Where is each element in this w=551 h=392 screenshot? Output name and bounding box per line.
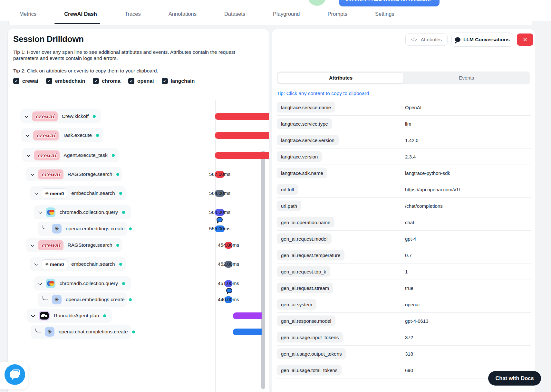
span-row-ragstorage-search[interactable]: crewaiRAGStorage.search bbox=[26, 238, 122, 252]
chevron-down-icon[interactable] bbox=[38, 281, 42, 285]
tab-annotations[interactable]: Annotations bbox=[162, 9, 203, 19]
span-bar-langchain[interactable] bbox=[233, 312, 262, 319]
tab-playground[interactable]: Playground bbox=[266, 9, 306, 19]
chat-with-docs-button[interactable]: Chat with Docs bbox=[488, 371, 541, 386]
attribute-value[interactable]: /chat/completions bbox=[405, 203, 443, 209]
span-row-embedchain-search[interactable]: ✳mem0embedchain.search bbox=[30, 186, 126, 200]
attribute-value[interactable]: gpt-4-0613 bbox=[405, 318, 429, 324]
attribute-row: url.fullhttps://api.openai.com/v1/ bbox=[277, 181, 531, 198]
attribute-value[interactable]: langtrace-python-sdk bbox=[405, 170, 450, 176]
span-name: openai.embeddings.create bbox=[66, 226, 125, 232]
span-bar-crewai[interactable] bbox=[215, 152, 269, 159]
attribute-value[interactable]: 2.3.4 bbox=[405, 154, 416, 159]
main-nav: MetricsCrewAI DashTracesAnnotationsDatas… bbox=[13, 9, 401, 19]
attribute-row: langtrace.service.nameOpenAI bbox=[277, 99, 531, 116]
attribute-key[interactable]: gen_ai.request.stream bbox=[277, 283, 333, 293]
span-row-runnableagent-plan[interactable]: RunnableAgent.plan bbox=[27, 309, 112, 323]
chevron-down-icon[interactable] bbox=[38, 210, 42, 214]
span-row-chromadb-collection-query[interactable]: chromadb.collection.query bbox=[34, 276, 131, 291]
tab-metrics[interactable]: Metrics bbox=[13, 9, 43, 19]
chevron-down-icon[interactable] bbox=[24, 114, 29, 118]
attribute-value[interactable]: https://api.openai.com/v1/ bbox=[405, 187, 460, 192]
attribute-row: gen_ai.response.modelgpt-4-0613 bbox=[277, 313, 531, 329]
attribute-key[interactable]: gen_ai.request.temperature bbox=[277, 250, 344, 261]
tab-prompts[interactable]: Prompts bbox=[321, 9, 354, 19]
tab-attributes[interactable]: Attributes bbox=[278, 72, 404, 83]
tree-scrollbar[interactable] bbox=[261, 151, 265, 389]
attributes-button-label: Attributes bbox=[420, 37, 441, 43]
tab-traces[interactable]: Traces bbox=[118, 9, 147, 19]
span-duration-label: 564.00ms bbox=[197, 209, 242, 215]
attributes-header-button[interactable]: <> Attributes bbox=[405, 33, 448, 46]
span-row-openai-chat-completions-create[interactable]: ✳openai.chat.completions.create bbox=[31, 325, 131, 339]
crewai-logo: crewai bbox=[32, 111, 58, 121]
attribute-key[interactable]: gen_ai.request.model bbox=[277, 234, 332, 244]
attribute-value[interactable]: true bbox=[405, 285, 413, 291]
status-dot bbox=[122, 282, 125, 285]
chevron-down-icon[interactable] bbox=[34, 262, 38, 266]
attribute-key[interactable]: gen_ai.usage.output_tokens bbox=[277, 349, 346, 359]
tab-events[interactable]: Events bbox=[404, 72, 529, 83]
span-row-agent-execute-task[interactable]: crewaiAgent.execute_task bbox=[22, 148, 119, 162]
tab-crewai-dash[interactable]: CrewAI Dash bbox=[58, 9, 103, 19]
llm-conversations-button[interactable]: LLM Conversations bbox=[451, 33, 513, 47]
attribute-key[interactable]: gen_ai.system bbox=[277, 299, 316, 310]
free-credits-button[interactable]: Get more FREE credits for feedback › bbox=[339, 0, 440, 6]
attribute-key[interactable]: gen_ai.usage.total_tokens bbox=[277, 365, 342, 376]
attribute-value[interactable]: chat bbox=[405, 220, 414, 225]
span-row-embedchain-search[interactable]: ✳mem0embedchain.search bbox=[30, 257, 126, 271]
span-row-openai-embeddings-create[interactable]: ✳openai.embeddings.create bbox=[38, 292, 127, 307]
span-bar-crewai[interactable] bbox=[215, 132, 269, 139]
span-bar-crewai[interactable] bbox=[215, 113, 269, 120]
attribute-value[interactable]: llm bbox=[405, 121, 411, 127]
attribute-value[interactable]: 0.7 bbox=[405, 253, 412, 258]
attribute-value[interactable]: gpt-4 bbox=[405, 236, 416, 242]
attribute-value[interactable]: 690 bbox=[405, 368, 413, 373]
attribute-key[interactable]: langtrace.sdk.name bbox=[277, 168, 327, 178]
span-name: Task.execute bbox=[63, 132, 92, 138]
chevron-down-icon[interactable] bbox=[31, 313, 35, 317]
attribute-key[interactable]: gen_ai.request.top_k bbox=[277, 266, 330, 277]
span-row-ragstorage-search[interactable]: crewaiRAGStorage.search bbox=[26, 167, 122, 181]
span-duration-label: 567.00ms bbox=[197, 171, 242, 177]
chevron-down-icon[interactable] bbox=[25, 133, 30, 137]
status-dot bbox=[96, 134, 99, 137]
chevron-down-icon[interactable] bbox=[26, 153, 31, 157]
span-name: embedchain.search bbox=[71, 261, 115, 267]
chevron-down-icon[interactable] bbox=[30, 243, 34, 247]
attribute-key[interactable]: url.path bbox=[277, 201, 301, 211]
attribute-key[interactable]: gen_ai.operation.name bbox=[277, 217, 334, 228]
span-row-openai-embeddings-create[interactable]: ✳openai.embeddings.create bbox=[38, 222, 127, 236]
span-name: RunnableAgent.plan bbox=[54, 313, 99, 319]
attribute-value[interactable]: OpenAI bbox=[405, 105, 421, 110]
span-name: RAGStorage.search bbox=[68, 171, 112, 177]
span-bar-openai[interactable] bbox=[233, 329, 262, 335]
span-name: chromadb.collection.query bbox=[60, 209, 118, 215]
attribute-value[interactable]: 372 bbox=[405, 335, 413, 340]
attribute-value[interactable]: 1.42.0 bbox=[405, 138, 419, 143]
status-dot bbox=[132, 330, 135, 333]
close-panel-button[interactable]: ✕ bbox=[517, 33, 533, 46]
chevron-down-icon[interactable] bbox=[30, 172, 34, 176]
span-row-crew-kickoff[interactable]: crewaiCrew.kickoff bbox=[20, 109, 101, 123]
attribute-key[interactable]: langtrace.service.version bbox=[277, 135, 339, 146]
chat-widget-button[interactable] bbox=[5, 364, 25, 385]
tree-elbow-connector bbox=[43, 296, 48, 300]
attribute-key[interactable]: url.full bbox=[277, 184, 298, 195]
attribute-value[interactable]: 318 bbox=[405, 351, 413, 357]
chevron-down-icon[interactable] bbox=[34, 191, 38, 195]
attribute-key[interactable]: langtrace.version bbox=[277, 151, 322, 162]
span-name: chromadb.collection.query bbox=[60, 281, 118, 286]
tab-datasets[interactable]: Datasets bbox=[218, 9, 252, 19]
attribute-value[interactable]: openai bbox=[405, 302, 420, 307]
copy-tip-link[interactable]: Tip: Click any content to copy to clipbo… bbox=[277, 91, 369, 96]
attribute-key[interactable]: langtrace.service.name bbox=[277, 102, 335, 113]
attribute-value[interactable]: 1 bbox=[405, 269, 408, 274]
span-row-chromadb-collection-query[interactable]: chromadb.collection.query bbox=[34, 205, 131, 219]
attribute-row: gen_ai.usage.input_tokens372 bbox=[277, 329, 531, 346]
attribute-key[interactable]: gen_ai.usage.input_tokens bbox=[277, 332, 343, 343]
attribute-key[interactable]: langtrace.service.type bbox=[277, 119, 332, 129]
attribute-key[interactable]: gen_ai.response.model bbox=[277, 316, 335, 326]
tab-settings[interactable]: Settings bbox=[369, 9, 401, 19]
span-row-task-execute[interactable]: crewaiTask.execute bbox=[21, 128, 103, 142]
